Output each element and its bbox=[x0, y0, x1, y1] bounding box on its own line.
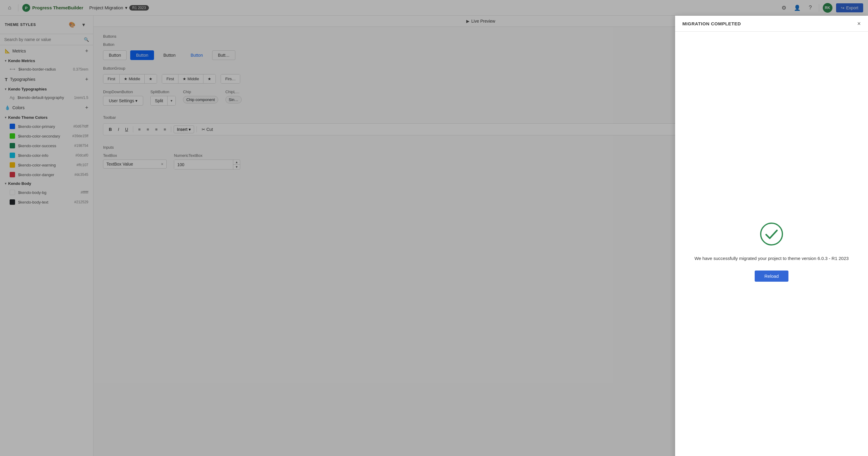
modal-close-button[interactable]: × bbox=[857, 21, 861, 27]
modal-message: We have successfully migrated your proje… bbox=[694, 256, 849, 261]
modal-reload-button[interactable]: Reload bbox=[755, 270, 788, 282]
modal-body: We have successfully migrated your proje… bbox=[675, 32, 868, 456]
modal-overlay: MIGRATION COMPLETED × We have successful… bbox=[0, 16, 868, 456]
svg-point-2 bbox=[761, 223, 782, 245]
modal-title: MIGRATION COMPLETED bbox=[682, 21, 741, 26]
modal-panel: MIGRATION COMPLETED × We have successful… bbox=[675, 16, 868, 456]
main-layout: THEME STYLES 🎨 ▾ 🔍 📐 Metrics + ▾ Kendo M… bbox=[0, 16, 868, 456]
modal-header: MIGRATION COMPLETED × bbox=[675, 16, 868, 32]
success-icon bbox=[760, 222, 784, 246]
